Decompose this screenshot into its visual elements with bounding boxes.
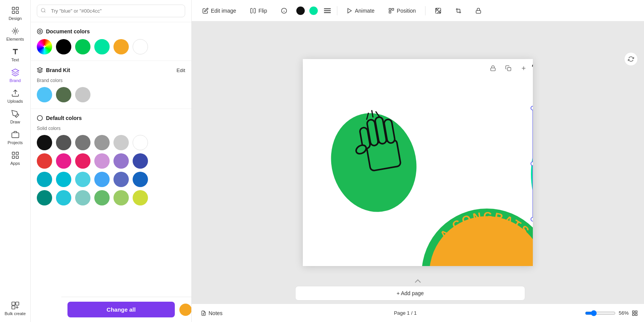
color-swatch[interactable] bbox=[75, 153, 90, 169]
doc-color-green[interactable] bbox=[75, 39, 90, 54]
color-swatch[interactable] bbox=[133, 190, 148, 205]
svg-rect-68 bbox=[635, 311, 637, 313]
color-swatch[interactable] bbox=[94, 135, 110, 150]
search-input[interactable] bbox=[37, 5, 185, 17]
color-swatch[interactable] bbox=[94, 190, 110, 205]
document-colors-section: Document colors bbox=[31, 22, 191, 61]
change-all-bar: Change all bbox=[61, 297, 192, 322]
color-swatch[interactable] bbox=[133, 172, 148, 187]
color-swatch[interactable] bbox=[94, 153, 110, 169]
doc-color-white[interactable] bbox=[133, 39, 148, 54]
selection-handles bbox=[531, 106, 533, 221]
color-swatch[interactable] bbox=[75, 190, 90, 205]
canvas-refresh-btn[interactable] bbox=[624, 52, 638, 66]
color-swatch[interactable] bbox=[56, 190, 71, 205]
add-page-button[interactable]: + Add page bbox=[295, 286, 525, 301]
color-swatch[interactable] bbox=[37, 135, 52, 150]
color-swatch[interactable] bbox=[56, 172, 71, 187]
document-colors-title: Document colors bbox=[37, 28, 90, 34]
lock-button[interactable] bbox=[471, 5, 486, 16]
brand-color-olive[interactable] bbox=[56, 87, 71, 102]
sidebar-item-text[interactable]: Text bbox=[2, 44, 29, 65]
svg-rect-3 bbox=[16, 11, 18, 13]
crop-button[interactable] bbox=[451, 5, 466, 16]
svg-rect-9 bbox=[16, 156, 18, 158]
bottom-bar: Notes Page 1 / 1 56% bbox=[192, 304, 644, 322]
sidebar-item-design[interactable]: Design bbox=[2, 3, 29, 24]
svg-marker-20 bbox=[348, 8, 351, 13]
svg-point-62 bbox=[531, 162, 533, 166]
brand-kit-edit-btn[interactable]: Edit bbox=[177, 67, 185, 73]
more-options-icon[interactable] bbox=[322, 7, 332, 15]
doc-color-orange[interactable] bbox=[113, 39, 129, 54]
notes-button[interactable]: Notes bbox=[198, 309, 226, 318]
color-swatch[interactable] bbox=[56, 135, 71, 150]
color-swatch[interactable] bbox=[133, 153, 148, 169]
color-swatch[interactable] bbox=[94, 172, 110, 187]
sidebar-label-apps: Apps bbox=[10, 161, 20, 166]
svg-rect-6 bbox=[12, 152, 14, 154]
flip-button[interactable]: Flip bbox=[245, 5, 272, 16]
svg-rect-0 bbox=[12, 7, 14, 10]
toolbar-color-teal[interactable] bbox=[309, 7, 318, 15]
doc-color-teal[interactable] bbox=[94, 39, 110, 54]
sidebar-label-draw: Draw bbox=[10, 120, 20, 124]
edit-image-button[interactable]: Edit image bbox=[198, 5, 241, 16]
svg-rect-22 bbox=[392, 8, 394, 10]
document-colors-swatches bbox=[37, 39, 185, 54]
sidebar-item-bulk-create[interactable]: Bulk create bbox=[2, 298, 29, 319]
toolbar-color-black[interactable] bbox=[296, 7, 305, 15]
page-lock-icon[interactable] bbox=[487, 62, 499, 74]
color-swatch[interactable] bbox=[113, 153, 129, 169]
svg-rect-69 bbox=[632, 314, 634, 315]
color-swatch[interactable] bbox=[37, 190, 52, 205]
color-swatch[interactable] bbox=[113, 190, 129, 205]
sidebar-item-uploads[interactable]: Uploads bbox=[2, 86, 29, 107]
grid-view-icon[interactable] bbox=[632, 310, 638, 316]
color-swatch[interactable] bbox=[37, 172, 52, 187]
transparency-button[interactable] bbox=[430, 5, 446, 16]
color-swatch[interactable] bbox=[133, 135, 148, 150]
color-swatch[interactable] bbox=[75, 135, 90, 150]
color-swatch[interactable] bbox=[37, 153, 52, 169]
svg-point-15 bbox=[39, 30, 41, 32]
sidebar-label-design: Design bbox=[8, 16, 21, 21]
info-button[interactable] bbox=[276, 5, 292, 16]
brand-kit-section: Brand Kit Edit Brand colors bbox=[31, 61, 191, 109]
page-copy-icon[interactable] bbox=[502, 62, 514, 74]
sidebar-item-brand[interactable]: Brand bbox=[2, 65, 29, 86]
canvas-design[interactable]: IT'S TIME FOR A BREAK ✦ ✦ ✦ bbox=[303, 59, 533, 266]
page-add-icon[interactable] bbox=[518, 62, 530, 74]
color-swatch[interactable] bbox=[113, 172, 129, 187]
svg-rect-11 bbox=[15, 302, 18, 305]
sidebar-item-projects[interactable]: Projects bbox=[2, 127, 29, 148]
canvas-page[interactable]: IT'S TIME FOR A BREAK ✦ ✦ ✦ bbox=[303, 59, 533, 266]
sidebar-item-elements[interactable]: Elements bbox=[2, 24, 29, 44]
animate-button[interactable]: Animate bbox=[342, 5, 379, 16]
color-swatch[interactable] bbox=[113, 135, 129, 150]
sidebar-label-bulk: Bulk create bbox=[5, 311, 26, 316]
toolbar-divider-1 bbox=[337, 6, 337, 15]
color-swatch[interactable] bbox=[75, 172, 90, 187]
svg-rect-26 bbox=[491, 68, 495, 71]
add-color-swatch[interactable] bbox=[37, 39, 52, 54]
sidebar: Design Elements Text Brand Uploads Draw … bbox=[0, 0, 31, 322]
change-all-button[interactable]: Change all bbox=[67, 302, 175, 317]
main-area: Edit image Flip Animate Position bbox=[192, 0, 644, 322]
doc-color-black[interactable] bbox=[56, 39, 71, 54]
brand-color-cyan[interactable] bbox=[37, 87, 52, 102]
congrats-sticker[interactable]: A CONGRATS ★ ★ bbox=[422, 209, 533, 266]
from-color bbox=[179, 304, 192, 316]
svg-rect-8 bbox=[12, 156, 14, 158]
change-all-color-preview bbox=[179, 304, 192, 316]
sidebar-item-draw[interactable]: Draw bbox=[2, 107, 29, 127]
color-row-2 bbox=[37, 153, 185, 169]
chevron-up-icon[interactable] bbox=[415, 279, 421, 283]
sidebar-item-apps[interactable]: Apps bbox=[2, 148, 29, 169]
high-five-sticker[interactable] bbox=[320, 104, 427, 222]
brand-color-gray[interactable] bbox=[75, 87, 90, 102]
zoom-slider[interactable] bbox=[585, 310, 616, 316]
canvas-container[interactable]: IT'S TIME FOR A BREAK ✦ ✦ ✦ bbox=[192, 21, 644, 304]
color-swatch[interactable] bbox=[56, 153, 71, 169]
position-button[interactable]: Position bbox=[384, 5, 421, 16]
